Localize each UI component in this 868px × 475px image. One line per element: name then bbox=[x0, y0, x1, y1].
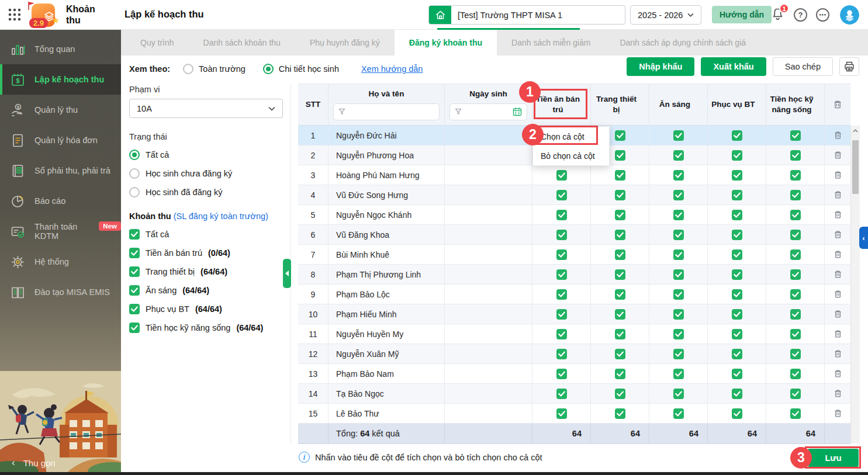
question-help-icon[interactable]: ? bbox=[794, 8, 807, 22]
fee-checkbox-cell[interactable] bbox=[532, 225, 591, 244]
header-fee-column[interactable]: Tiền học kỹ năng sống bbox=[766, 84, 825, 125]
panel-collapse-handle[interactable] bbox=[283, 259, 291, 288]
copy-button[interactable]: Sao chép bbox=[773, 57, 833, 76]
fee-checkbox-cell[interactable] bbox=[708, 384, 766, 403]
fee-checkbox-cell[interactable] bbox=[591, 344, 649, 363]
help-guide-button[interactable]: Hướng dẫn bbox=[712, 6, 772, 23]
export-button[interactable]: Xuất khẩu bbox=[701, 57, 766, 76]
fee-checkbox-cell[interactable] bbox=[708, 265, 766, 284]
fee-checkbox-cell[interactable] bbox=[766, 205, 825, 224]
fee-checkbox-cell[interactable] bbox=[766, 245, 825, 264]
notification-bell-icon[interactable]: 1 bbox=[770, 6, 787, 23]
fee-checkbox-cell[interactable] bbox=[766, 304, 825, 324]
radio-option[interactable]: Học sinh chưa đăng ký bbox=[129, 168, 283, 179]
header-fee-column[interactable]: Ăn sáng bbox=[649, 84, 708, 125]
fee-checkbox-cell[interactable] bbox=[766, 364, 825, 383]
fee-checkbox-cell[interactable] bbox=[591, 205, 649, 224]
row-delete-button[interactable] bbox=[825, 265, 850, 284]
tab[interactable]: Quy trình bbox=[126, 30, 189, 56]
tab[interactable]: Phụ huynh đăng ký bbox=[295, 30, 395, 56]
row-delete-button[interactable] bbox=[825, 384, 850, 403]
fee-checkbox-cell[interactable] bbox=[591, 324, 649, 344]
row-delete-button[interactable] bbox=[825, 344, 850, 363]
fee-checkbox-cell[interactable] bbox=[532, 205, 591, 224]
sidebar-item[interactable]: $ Sổ phải thu, phải trả bbox=[0, 155, 121, 186]
menu-item-deselect-all[interactable]: Bỏ chọn cả cột bbox=[533, 146, 609, 165]
fee-checkbox-cell[interactable] bbox=[649, 126, 708, 145]
fee-checkbox-cell[interactable] bbox=[649, 384, 708, 403]
fee-checkbox-cell[interactable] bbox=[591, 384, 649, 403]
fee-checkbox-option[interactable]: Phục vụ BT (64/64) bbox=[129, 304, 283, 314]
fee-checkbox-cell[interactable] bbox=[766, 126, 825, 145]
fee-checkbox-cell[interactable] bbox=[766, 185, 825, 204]
tab[interactable]: Đăng ký khoản thu bbox=[395, 30, 497, 56]
fee-checkbox-cell[interactable] bbox=[591, 364, 649, 383]
fee-checkbox-cell[interactable] bbox=[591, 185, 649, 204]
save-button[interactable]: Lưu bbox=[808, 449, 859, 467]
radio-option[interactable]: Tất cả bbox=[129, 150, 283, 160]
row-delete-button[interactable] bbox=[825, 324, 850, 344]
fee-checkbox-cell[interactable] bbox=[532, 265, 591, 284]
fee-checkbox-cell[interactable] bbox=[649, 265, 708, 284]
fee-checkbox-cell[interactable] bbox=[766, 145, 825, 165]
fee-checkbox-cell[interactable] bbox=[766, 165, 825, 185]
fee-checkbox-cell[interactable] bbox=[532, 384, 591, 403]
fee-checkbox-cell[interactable] bbox=[532, 304, 591, 324]
user-avatar[interactable] bbox=[840, 5, 859, 25]
fee-checkbox-cell[interactable] bbox=[649, 145, 708, 165]
fee-checkbox-cell[interactable] bbox=[649, 404, 708, 423]
row-delete-button[interactable] bbox=[825, 165, 850, 185]
fee-total-link[interactable]: (SL đăng ký toàn trường) bbox=[174, 212, 268, 221]
fee-checkbox-cell[interactable] bbox=[766, 285, 825, 304]
name-filter-input[interactable] bbox=[333, 103, 440, 120]
header-delete-column[interactable] bbox=[825, 84, 850, 125]
sidebar-item[interactable]: Tổng quan bbox=[0, 34, 121, 64]
sidebar-item[interactable]: Quản lý hóa đơn bbox=[0, 125, 121, 155]
fee-checkbox-cell[interactable] bbox=[649, 304, 708, 324]
fee-checkbox-cell[interactable] bbox=[591, 245, 649, 264]
import-button[interactable]: Nhập khẩu bbox=[627, 57, 694, 76]
tab[interactable]: Danh sách miễn giảm bbox=[497, 30, 605, 56]
header-fee-column[interactable]: Tiền ăn bán trú bbox=[532, 84, 591, 125]
fee-checkbox-cell[interactable] bbox=[532, 285, 591, 304]
sidebar-item[interactable]: Hệ thống bbox=[0, 247, 121, 277]
fee-checkbox-cell[interactable] bbox=[532, 404, 591, 423]
fee-checkbox-cell[interactable] bbox=[591, 265, 649, 284]
fee-checkbox-cell[interactable] bbox=[708, 225, 766, 244]
scope-select[interactable]: 10A bbox=[129, 99, 283, 118]
fee-checkbox-cell[interactable] bbox=[708, 285, 766, 304]
fee-checkbox-cell[interactable] bbox=[766, 404, 825, 423]
right-panel-toggle[interactable]: ‹ bbox=[859, 227, 868, 249]
fee-checkbox-cell[interactable] bbox=[649, 205, 708, 224]
tab[interactable]: Danh sách khoản thu bbox=[189, 30, 295, 56]
fee-checkbox-cell[interactable] bbox=[532, 364, 591, 383]
fee-checkbox-cell[interactable] bbox=[766, 384, 825, 403]
radio-option[interactable]: Chi tiết học sinh bbox=[263, 64, 339, 74]
app-grid-icon[interactable] bbox=[8, 8, 21, 21]
fee-checkbox-cell[interactable] bbox=[532, 165, 591, 185]
fee-checkbox-cell[interactable] bbox=[708, 304, 766, 324]
fee-checkbox-cell[interactable] bbox=[649, 225, 708, 244]
fee-checkbox-option[interactable]: Tiền học kỹ năng sống (64/64) bbox=[129, 323, 283, 333]
fee-checkbox-cell[interactable] bbox=[532, 245, 591, 264]
row-delete-button[interactable] bbox=[825, 245, 850, 264]
fee-checkbox-cell[interactable] bbox=[591, 404, 649, 423]
fee-checkbox-cell[interactable] bbox=[591, 165, 649, 185]
fee-checkbox-cell[interactable] bbox=[708, 404, 766, 423]
row-delete-button[interactable] bbox=[825, 404, 850, 423]
app-logo[interactable]: 2.9 ★ bbox=[26, 1, 60, 29]
row-delete-button[interactable] bbox=[825, 225, 850, 244]
scroll-up-arrow-icon[interactable] bbox=[851, 126, 860, 136]
fee-checkbox-cell[interactable] bbox=[649, 245, 708, 264]
row-delete-button[interactable] bbox=[825, 364, 850, 383]
home-icon[interactable] bbox=[429, 5, 451, 25]
dob-filter-input[interactable] bbox=[449, 103, 527, 120]
radio-option[interactable]: Học sinh đã đăng ký bbox=[129, 187, 283, 197]
vertical-scrollbar[interactable] bbox=[850, 126, 860, 443]
header-fee-column[interactable]: Phục vụ BT bbox=[708, 84, 766, 125]
row-delete-button[interactable] bbox=[825, 145, 850, 165]
radio-option[interactable]: Toàn trường bbox=[183, 64, 245, 74]
fee-checkbox-cell[interactable] bbox=[591, 225, 649, 244]
fee-checkbox-cell[interactable] bbox=[649, 344, 708, 363]
row-delete-button[interactable] bbox=[825, 304, 850, 324]
